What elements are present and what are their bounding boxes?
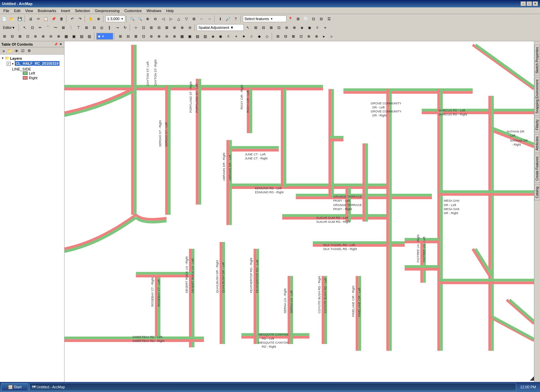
menu-bookmarks[interactable]: Bookmarks <box>36 8 58 13</box>
menu-insert[interactable]: Insert <box>59 8 72 13</box>
pan-down[interactable]: ▽ <box>183 15 190 22</box>
layer-expand-icon[interactable]: ▼ <box>11 62 14 65</box>
mirror-tool[interactable]: ⊸ <box>114 24 121 31</box>
r3-btn3[interactable]: ⊠ <box>16 33 24 40</box>
edit-btn7[interactable]: ⊕ <box>178 24 186 31</box>
toc-list-by-source[interactable]: 📁 <box>7 48 13 54</box>
next-extent-button[interactable]: → <box>206 15 213 22</box>
catalog-tab[interactable]: Catalog <box>534 184 540 200</box>
r3-btn11[interactable]: ▤ <box>78 33 85 40</box>
select-btn6[interactable]: ☰ <box>325 15 333 22</box>
toc-list-by-visibility[interactable]: 👁 <box>13 48 19 54</box>
sa-btn10[interactable]: ◊ <box>314 24 321 31</box>
edit-vertices[interactable]: ⊡ <box>29 24 36 31</box>
zoom-out-button[interactable]: 🔍 <box>136 15 144 22</box>
r3-btn21[interactable]: ▦ <box>178 33 186 40</box>
edit-tool[interactable]: ↖ <box>21 24 28 31</box>
r3-btn24[interactable]: ▥ <box>201 33 209 40</box>
sa-btn11[interactable]: ⋄ <box>321 24 329 31</box>
spatial-adjustment-dropdown[interactable]: Spatial Adjustment ▼ <box>197 24 244 31</box>
edit-btn2[interactable]: ⊡ <box>140 24 147 31</box>
edit-btn8[interactable]: ⊖ <box>186 24 193 31</box>
snapping-btn[interactable]: ⊹ <box>132 24 139 31</box>
fixed-zoom-out-button[interactable]: ⊖ <box>152 15 159 22</box>
select-btn3[interactable]: ⬜ <box>302 15 310 22</box>
menu-geoprocessing[interactable]: Geoprocessing <box>93 8 122 13</box>
paste-button[interactable]: 📌 <box>50 15 57 22</box>
r3-btn1[interactable]: ⊞ <box>1 33 8 40</box>
copy-parallel[interactable]: ∥ <box>106 24 113 31</box>
r3-btn19[interactable]: ⊖ <box>163 33 170 40</box>
r3-btn5[interactable]: ⊛ <box>32 33 39 40</box>
r3-btn18[interactable]: ⊕ <box>155 33 163 40</box>
r3-btn17[interactable]: ⊛ <box>147 33 155 40</box>
navigate-button[interactable]: ⊕ <box>95 15 102 22</box>
r3-btn16[interactable]: ⊡ <box>140 33 147 40</box>
r3-btn10[interactable]: ▣ <box>70 33 78 40</box>
r3-btn33[interactable]: ⊞ <box>274 33 281 40</box>
r3-btn34[interactable]: ⊟ <box>282 33 289 40</box>
menu-help[interactable]: Help <box>164 8 176 13</box>
pan-right[interactable]: ▷ <box>167 15 175 22</box>
edit-btn6[interactable]: ⊛ <box>171 24 178 31</box>
menu-edit[interactable]: Edit <box>12 8 22 13</box>
select-btn4[interactable]: ⊡ <box>310 15 317 22</box>
edit-btn5[interactable]: ⊠ <box>163 24 170 31</box>
layer-name[interactable]: CL_HALF_RC_20150319 <box>15 61 59 66</box>
fixed-zoom-in-button[interactable]: ⊕ <box>144 15 151 22</box>
toc-close-button[interactable]: ✕ <box>59 43 63 46</box>
buffer-tool[interactable]: ◎ <box>98 24 105 31</box>
toc-options[interactable]: ⚙ <box>26 48 32 54</box>
sa-btn5[interactable]: ⊡ <box>275 24 282 31</box>
new-button[interactable]: 📄 <box>1 15 8 22</box>
tips-button[interactable]: ? <box>232 15 239 22</box>
pan-button[interactable]: ✋ <box>87 15 94 22</box>
print-button[interactable]: 🖨 <box>27 15 34 22</box>
root-expand-icon[interactable]: ▼ <box>1 57 4 60</box>
pan-up[interactable]: △ <box>175 15 182 22</box>
r3-btn23[interactable]: ▤ <box>194 33 201 40</box>
r3-btn20[interactable]: ⊗ <box>171 33 178 40</box>
sa-btn1[interactable]: ↖ <box>244 24 252 31</box>
r3-btn8[interactable]: ⊗ <box>55 33 62 40</box>
r3-btn28[interactable]: ⋄ <box>232 33 240 40</box>
r3-btn37[interactable]: ⊛ <box>305 33 312 40</box>
minimize-button[interactable]: ─ <box>521 1 526 6</box>
snapping-environment-tab[interactable]: Snapping Environment <box>534 77 540 116</box>
select-btn5[interactable]: ⊟ <box>318 15 325 22</box>
sa-btn7[interactable]: ⊕ <box>290 24 298 31</box>
r3-btn25[interactable]: ◈ <box>209 33 217 40</box>
edit-btn3[interactable]: ⊞ <box>147 24 155 31</box>
delete-button[interactable]: 🗑 <box>58 15 65 22</box>
r3-btn6[interactable]: ⊕ <box>39 33 47 40</box>
sa-btn6[interactable]: ⊛ <box>283 24 290 31</box>
r3-btn12[interactable]: ▥ <box>86 33 93 40</box>
save-button[interactable]: 💾 <box>16 15 24 22</box>
r3-btn26[interactable]: ◉ <box>217 33 224 40</box>
toc-list-by-selection[interactable]: ☑ <box>20 48 26 54</box>
identify-button[interactable]: ℹ <box>217 15 224 22</box>
redo-button[interactable]: ↷ <box>76 15 84 22</box>
sa-btn4[interactable]: ⊠ <box>267 24 275 31</box>
r3-btn39[interactable]: ▸ <box>320 33 328 40</box>
maximize-button[interactable]: □ <box>527 1 532 6</box>
split-tool[interactable]: ⊟ <box>90 24 98 31</box>
menu-windows[interactable]: Windows <box>144 8 164 13</box>
close-button[interactable]: ✕ <box>533 1 538 6</box>
sketch-tool[interactable]: ✏ <box>36 24 44 31</box>
merge-tool[interactable]: ⊞ <box>83 24 90 31</box>
select-features-dropdown[interactable]: Select features ▼ <box>243 15 286 22</box>
rotate-tool[interactable]: ↻ <box>121 24 129 31</box>
create-features-tab[interactable]: Create Features <box>534 154 540 183</box>
editor-dropdown[interactable]: Editor▼ <box>1 24 17 31</box>
r3-btn29[interactable]: ★ <box>240 33 248 40</box>
toc-pin-button[interactable]: 📌 <box>53 43 58 46</box>
sa-btn3[interactable]: ⊟ <box>260 24 267 31</box>
edit-btn4[interactable]: ⊟ <box>155 24 163 31</box>
r3-btn38[interactable]: ⊕ <box>313 33 320 40</box>
find-button[interactable]: 🔎 <box>224 15 232 22</box>
full-extent-button[interactable]: ⊞ <box>190 15 198 22</box>
filiarity-tab[interactable]: Filiarity <box>534 117 540 133</box>
sa-btn9[interactable]: ◉ <box>306 24 313 31</box>
taskbar-app-button[interactable]: 🗺 Untitled - ArcMap <box>30 383 516 391</box>
